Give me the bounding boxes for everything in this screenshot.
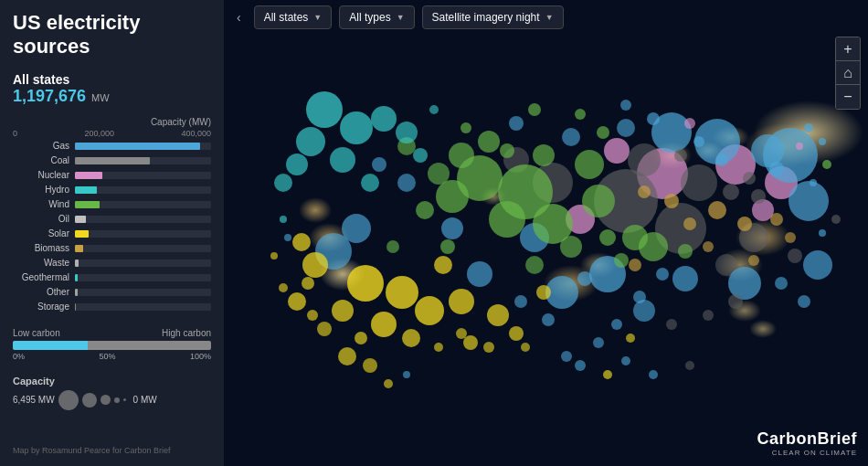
- bar-fill: [75, 259, 79, 267]
- bar-label: Nuclear: [13, 170, 75, 180]
- sidebar: US electricity sources All states 1,197,…: [0, 0, 224, 466]
- bar-row: Nuclear: [13, 169, 211, 182]
- capacity-section: Capacity 6,495 MW 0 MW: [13, 376, 211, 410]
- zoom-out-button[interactable]: −: [836, 85, 860, 109]
- bar-fill: [75, 303, 76, 311]
- region-label: All states: [13, 72, 211, 87]
- bar-fill: [75, 216, 86, 223]
- types-dropdown[interactable]: All types ▼: [339, 5, 414, 29]
- bar-row: Gas: [13, 140, 211, 153]
- bar-track: [75, 303, 211, 311]
- page-title: US electricity sources: [13, 11, 211, 59]
- map-background: [224, 0, 868, 466]
- bar-row: Coal: [13, 154, 211, 167]
- imagery-dropdown-arrow: ▼: [545, 13, 554, 22]
- bar-label: Biomass: [13, 243, 75, 253]
- bar-fill: [75, 289, 78, 296]
- pct-100: 100%: [190, 352, 211, 361]
- bar-fill: [75, 157, 150, 164]
- cap-circle-lg: [82, 393, 97, 408]
- bar-row: Geothermal: [13, 271, 211, 284]
- carbon-labels: Low carbon High carbon: [13, 328, 211, 338]
- bar-label: Other: [13, 287, 75, 297]
- types-dropdown-arrow: ▼: [397, 13, 405, 22]
- bar-row: Storage: [13, 301, 211, 313]
- axis-200k: 200,000: [84, 129, 114, 138]
- bar-row: Solar: [13, 228, 211, 240]
- map-area: ‹ All states ▼ All types ▼ Satellite ima…: [224, 0, 868, 466]
- bar-fill: [75, 245, 83, 252]
- bar-track: [75, 245, 211, 252]
- carbonbrief-logo: CarbonBrief Clear on climate: [757, 429, 857, 457]
- bar-row: Hydro: [13, 184, 211, 196]
- types-dropdown-label: All types: [349, 11, 390, 24]
- bar-track: [75, 230, 211, 238]
- cap-circle-md: [101, 395, 111, 405]
- bar-track: [75, 201, 211, 208]
- bar-row: Wind: [13, 198, 211, 211]
- capacity-axis-label: Capacity (MW): [13, 117, 211, 127]
- bar-track: [75, 172, 211, 179]
- bar-fill: [75, 274, 78, 281]
- collapse-chevron[interactable]: ‹: [231, 8, 247, 26]
- pct-0: 0%: [13, 352, 25, 361]
- map-credit: Map by Rosamund Pearce for Carbon Brief: [13, 446, 211, 455]
- bar-fill: [75, 172, 102, 179]
- capacity-zero-label: 0 MW: [133, 395, 157, 405]
- bar-row: Other: [13, 286, 211, 299]
- axis-0: 0: [13, 129, 17, 138]
- bar-track: [75, 143, 211, 150]
- carbon-section: Low carbon High carbon 0% 50% 100%: [13, 328, 211, 361]
- bar-track: [75, 259, 211, 267]
- bar-label: Solar: [13, 228, 75, 238]
- bar-label: Oil: [13, 214, 75, 224]
- low-carbon-label: Low carbon: [13, 328, 60, 338]
- states-dropdown-arrow: ▼: [313, 13, 322, 22]
- bar-fill: [75, 201, 100, 208]
- capacity-circles: 6,495 MW 0 MW: [13, 390, 211, 410]
- cap-dot-xs: [123, 398, 126, 401]
- bar-track: [75, 216, 211, 223]
- axis-labels: 0 200,000 400,000: [13, 129, 211, 138]
- zoom-in-button[interactable]: +: [836, 37, 860, 61]
- bar-track: [75, 274, 211, 281]
- bar-fill: [75, 186, 97, 194]
- bar-track: [75, 157, 211, 164]
- states-dropdown[interactable]: All states ▼: [254, 5, 333, 29]
- capacity-legend-title: Capacity: [13, 376, 211, 387]
- zoom-controls: + ⌂ −: [835, 37, 861, 110]
- bar-label: Waste: [13, 258, 75, 268]
- toolbar: ‹ All states ▼ All types ▼ Satellite ima…: [224, 0, 868, 35]
- bar-label: Gas: [13, 141, 75, 151]
- cap-dot-sm: [114, 397, 120, 403]
- bars-container: GasCoalNuclearHydroWindOilSolarBiomassWa…: [13, 140, 211, 313]
- total-mw-value: 1,197,676: [13, 87, 86, 106]
- bar-label: Geothermal: [13, 272, 75, 282]
- logo-name: CarbonBrief: [757, 429, 857, 449]
- imagery-dropdown-label: Satellite imagery night: [432, 11, 540, 24]
- bar-label: Wind: [13, 199, 75, 209]
- bar-fill: [75, 230, 89, 238]
- states-dropdown-label: All states: [264, 11, 309, 24]
- zoom-home-button[interactable]: ⌂: [836, 61, 860, 85]
- bar-label: Coal: [13, 155, 75, 165]
- high-carbon-label: High carbon: [162, 328, 211, 338]
- carbon-pct-labels: 0% 50% 100%: [13, 352, 211, 361]
- bar-row: Oil: [13, 213, 211, 226]
- bar-label: Hydro: [13, 185, 75, 195]
- cap-circle-xl: [58, 390, 79, 410]
- bar-fill: [75, 143, 200, 150]
- bar-label: Storage: [13, 302, 75, 312]
- imagery-dropdown[interactable]: Satellite imagery night ▼: [422, 5, 564, 29]
- chart-area: Capacity (MW) 0 200,000 400,000 GasCoalN…: [13, 117, 211, 315]
- carbon-bar-track: [13, 341, 211, 350]
- total-mw-unit: MW: [91, 92, 110, 103]
- axis-400k: 400,000: [181, 129, 211, 138]
- logo-tagline: Clear on climate: [757, 449, 857, 457]
- capacity-max-label: 6,495 MW: [13, 395, 55, 405]
- bar-track: [75, 186, 211, 194]
- bar-row: Biomass: [13, 242, 211, 255]
- bar-row: Waste: [13, 257, 211, 270]
- bar-track: [75, 289, 211, 296]
- carbon-bar-low: [13, 341, 88, 350]
